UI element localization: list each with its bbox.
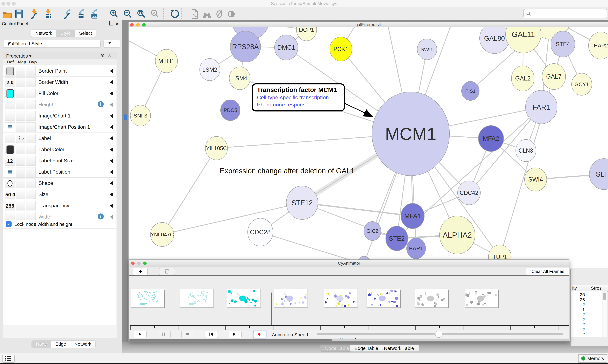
default-value-cell[interactable] xyxy=(5,111,15,121)
search-box[interactable] xyxy=(524,9,607,18)
bypass-cell[interactable] xyxy=(26,145,36,154)
property-row-height[interactable]: Height i xyxy=(3,99,116,110)
tab-style[interactable]: Style xyxy=(56,30,75,37)
pause-button[interactable] xyxy=(158,331,171,338)
zoom-selected-icon[interactable] xyxy=(150,9,160,19)
tab-edge-table[interactable]: Edge Table xyxy=(350,345,383,352)
property-row-label-color[interactable]: Label Color xyxy=(3,144,116,155)
tab-node-table[interactable]: Node Table xyxy=(320,345,354,352)
open-folder-icon[interactable] xyxy=(2,9,12,19)
bypass-cell[interactable] xyxy=(26,167,36,177)
default-value-cell[interactable] xyxy=(5,89,15,98)
network-node-lsm4[interactable]: LSM4 xyxy=(229,67,250,90)
bypass-cell[interactable] xyxy=(26,78,36,87)
network-node-mfa1[interactable]: MFA1 xyxy=(401,203,424,229)
network-node-cdc28[interactable]: CDC28 xyxy=(248,218,273,246)
frame-thumbnail-4s[interactable] xyxy=(324,289,358,308)
network-node-cdc42[interactable]: CDC42 xyxy=(457,181,480,205)
annotation-box[interactable]: Transcription factor MCM1 Cell-type-spec… xyxy=(252,83,345,111)
expand-arrow-icon[interactable] xyxy=(110,91,112,95)
property-row-label-position[interactable]: Label Position xyxy=(3,166,116,178)
property-row-label-font-size[interactable]: 12 Label Font Size xyxy=(3,155,116,166)
network-node-snf3[interactable]: SNF3 xyxy=(130,105,151,126)
expand-arrow-icon[interactable] xyxy=(110,181,112,185)
table-scrollbar[interactable] xyxy=(602,291,607,337)
network-node-rps28a[interactable]: RPS28A xyxy=(230,31,261,62)
network-node-cln3[interactable]: CLN3 xyxy=(516,140,536,162)
mapping-cell[interactable] xyxy=(16,167,25,177)
network-caption[interactable]: Expression change after deletion of GAL1 xyxy=(220,167,355,175)
property-row-image-chart-1[interactable]: Image/Chart 1 xyxy=(3,110,116,121)
frame-thumbnail-6s[interactable] xyxy=(415,289,448,308)
annotation-link[interactable]: Cell-type-specific transcription xyxy=(257,94,344,101)
default-value-cell[interactable]: 12 xyxy=(5,156,15,166)
property-row-border-paint[interactable]: Border Paint xyxy=(3,65,116,77)
mapping-cell[interactable] xyxy=(16,122,25,132)
default-value-cell[interactable]: 255 xyxy=(5,201,15,210)
mapping-cell[interactable] xyxy=(16,66,25,76)
network-node-ste4[interactable]: STE4 xyxy=(551,31,575,57)
panel-tab-edge[interactable]: Edge xyxy=(51,341,70,348)
skip-end-button[interactable] xyxy=(229,331,242,338)
stop-button[interactable] xyxy=(181,331,194,338)
network-node-gal7[interactable]: GAL7 xyxy=(542,64,566,90)
close-panel-icon[interactable]: ✕ xyxy=(115,21,119,26)
default-value-cell[interactable] xyxy=(5,167,15,177)
mapping-cell[interactable]: ⋮› xyxy=(16,134,25,143)
tab-select[interactable]: Select xyxy=(75,30,96,37)
mapping-cell[interactable] xyxy=(16,78,25,87)
mapping-cell[interactable] xyxy=(16,145,25,154)
play-button[interactable] xyxy=(134,331,147,338)
network-node-swi4[interactable]: SWI4 xyxy=(525,168,547,191)
export-network-icon[interactable] xyxy=(63,9,73,19)
bypass-cell[interactable] xyxy=(26,89,36,98)
export-table-icon[interactable] xyxy=(76,9,86,19)
panel-grip[interactable] xyxy=(124,114,127,120)
network-node-pck1[interactable]: PCK1 xyxy=(330,37,352,61)
bypass-cell[interactable] xyxy=(26,156,36,166)
expand-arrow-icon[interactable] xyxy=(110,215,112,219)
network-node-gcy1[interactable]: GCY1 xyxy=(572,73,592,95)
bypass-cell[interactable] xyxy=(26,179,36,188)
record-button[interactable] xyxy=(253,331,266,338)
annotation-link[interactable]: Pheromone response xyxy=(257,102,344,108)
expand-arrow-icon[interactable] xyxy=(110,125,112,129)
network-window-titlebar[interactable]: galFiltered.sif xyxy=(129,22,608,27)
default-value-cell[interactable] xyxy=(5,134,15,143)
binoculars-icon[interactable] xyxy=(202,9,212,19)
default-value-cell[interactable] xyxy=(5,145,15,154)
property-row-size[interactable]: 50.0 Size xyxy=(3,189,116,200)
bypass-cell[interactable] xyxy=(26,111,36,121)
mapping-cell[interactable] xyxy=(16,179,25,188)
memory-button[interactable]: Memory xyxy=(578,354,607,363)
bypass-cell[interactable] xyxy=(26,66,36,76)
table-column-stress[interactable]: Stres xyxy=(591,286,602,291)
network-node-gic2[interactable]: GIC2 xyxy=(364,221,381,241)
info-icon[interactable]: i xyxy=(98,101,104,107)
network-node-ste2[interactable]: STE2 xyxy=(386,226,408,251)
frame-thumbnail-5s[interactable] xyxy=(367,289,400,308)
default-value-cell[interactable]: 2.0 xyxy=(5,78,15,87)
lock-checkbox[interactable]: ✓ xyxy=(6,221,12,227)
show-graphics-icon[interactable] xyxy=(226,9,236,19)
mapping-cell[interactable] xyxy=(16,89,25,98)
panel-tab-network[interactable]: Network xyxy=(70,341,95,348)
network-node-gal11[interactable]: GAL11 xyxy=(506,27,541,53)
save-icon[interactable] xyxy=(14,9,24,19)
expand-arrow-icon[interactable] xyxy=(110,114,112,118)
expand-all-icon[interactable] xyxy=(100,53,105,58)
network-node-mcm1[interactable]: MCM1 xyxy=(372,92,450,176)
refresh-icon[interactable] xyxy=(170,9,180,19)
lock-node-size-row[interactable]: ✓ Lock node width and height xyxy=(3,220,116,229)
add-frame-button[interactable]: + xyxy=(133,268,148,275)
tab-network[interactable]: Network xyxy=(31,30,56,37)
table-column-ity[interactable]: ity xyxy=(572,286,577,291)
bypass-cell[interactable] xyxy=(26,190,36,199)
playhead[interactable] xyxy=(271,293,272,325)
cyanimator-titlebar[interactable]: CyAnimator xyxy=(129,260,569,267)
expand-arrow-icon[interactable] xyxy=(110,204,112,208)
properties-header[interactable]: Properties ▾ xyxy=(3,52,117,59)
network-node-gal2[interactable]: GAL2 xyxy=(511,66,534,91)
expand-arrow-icon[interactable] xyxy=(110,103,112,106)
horizontal-scrollbar[interactable] xyxy=(129,339,569,341)
